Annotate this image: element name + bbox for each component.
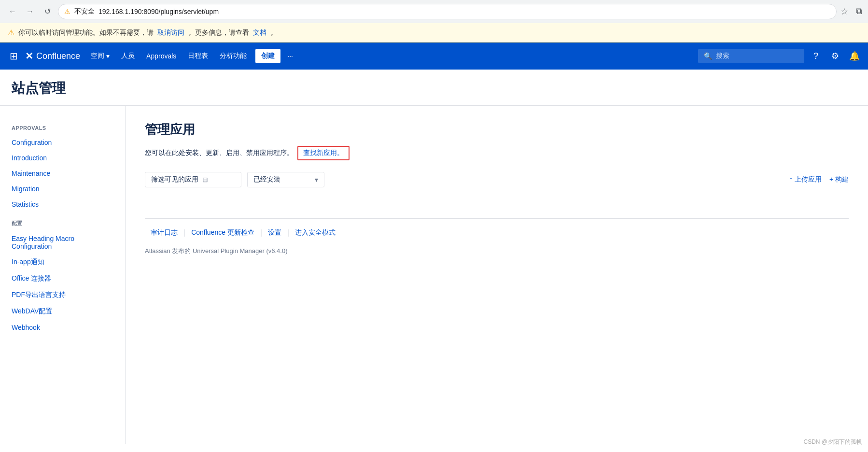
sidebar-item-migration[interactable]: Migration xyxy=(0,181,125,197)
grid-icon[interactable]: ⊞ xyxy=(6,48,21,64)
window-btn-icon[interactable]: ⧉ xyxy=(856,6,862,16)
footer-watermark: CSDN @夕阳下的孤帆 xyxy=(803,438,862,444)
manage-apps-title: 管理应用 xyxy=(145,121,849,138)
loading-spinner-area xyxy=(145,199,849,218)
tab-settings[interactable]: 设置 xyxy=(262,228,287,237)
analytics-label: 分析功能 xyxy=(220,52,247,60)
sidebar-item-introduction[interactable]: Introduction xyxy=(0,150,125,166)
plugin-info-text: Atlassian 发布的 Universal Plugin Manager (… xyxy=(145,247,849,255)
filter-visible-apps-select[interactable]: 筛选可见的应用 ⊟ xyxy=(145,172,241,187)
forward-button[interactable]: → xyxy=(23,5,37,18)
warning-banner: ⚠ 你可以临时访问管理功能。如果不再需要，请 取消访问 。更多信息，请查看 文档… xyxy=(0,23,868,42)
build-link[interactable]: + 构建 xyxy=(829,175,849,184)
schedule-nav-item[interactable]: 日程表 xyxy=(183,48,213,64)
sidebar-item-inapp-notify[interactable]: In-app通知 xyxy=(0,254,125,270)
url-text: 192.168.1.190:8090/plugins/servlet/upm xyxy=(98,8,830,15)
cancel-access-link[interactable]: 取消访问 xyxy=(157,28,184,37)
tab-links-row: 审计日志 | Confluence 更新检查 | 设置 | 进入安全模式 xyxy=(145,228,849,237)
sidebar-item-easy-heading[interactable]: Easy Heading Macro Configuration xyxy=(0,231,125,254)
filter-text: 筛选可见的应用 xyxy=(151,175,198,184)
settings-button[interactable]: ⚙ xyxy=(827,48,843,64)
approvals-label: Approvals xyxy=(146,52,176,60)
spaces-label: 空间 xyxy=(91,52,104,60)
top-nav: ⊞ ✕ Confluence 空间 ▾ 人员 Approvals 日程表 分析功… xyxy=(0,42,868,70)
sidebar-item-webdav[interactable]: WebDAV配置 xyxy=(0,303,125,320)
content-divider xyxy=(145,218,849,219)
filter-icon: ⊟ xyxy=(202,176,208,184)
logo-x-icon: ✕ xyxy=(25,50,33,62)
address-bar[interactable]: ⚠ 不安全 192.168.1.190:8090/plugins/servlet… xyxy=(58,4,837,19)
tab-confluence-update[interactable]: Confluence 更新检查 xyxy=(185,228,260,237)
help-button[interactable]: ? xyxy=(808,48,824,64)
analytics-nav-item[interactable]: 分析功能 xyxy=(215,48,252,64)
back-button[interactable]: ← xyxy=(6,5,19,18)
spaces-dropdown-icon: ▾ xyxy=(106,52,110,60)
sidebar-section-approvals-label: APPROVALS xyxy=(0,117,125,135)
sidebar-item-maintenance[interactable]: Maintenance xyxy=(0,166,125,181)
warning-triangle-icon: ⚠ xyxy=(8,28,14,37)
action-links: ↑ 上传应用 + 构建 xyxy=(789,175,849,184)
create-button[interactable]: 创建 xyxy=(255,49,280,63)
bookmark-star-icon[interactable]: ☆ xyxy=(840,6,848,17)
sidebar-item-statistics[interactable]: Statistics xyxy=(0,197,125,212)
confluence-logo[interactable]: ✕ Confluence xyxy=(25,50,80,62)
spaces-nav-item[interactable]: 空间 ▾ xyxy=(86,48,114,64)
installed-label: 已经安装 xyxy=(253,175,311,184)
people-nav-item[interactable]: 人员 xyxy=(116,48,140,64)
docs-link[interactable]: 文档 xyxy=(253,28,266,37)
sidebar-item-pdf-export[interactable]: PDF导出语言支持 xyxy=(0,287,125,303)
sidebar-item-office-connector[interactable]: Office 连接器 xyxy=(0,270,125,287)
warning-text-before: 你可以临时访问管理功能。如果不再需要，请 xyxy=(18,28,154,37)
approvals-nav-item[interactable]: Approvals xyxy=(141,48,181,64)
logo-text: Confluence xyxy=(36,51,80,61)
tab-safe-mode[interactable]: 进入安全模式 xyxy=(289,228,341,237)
sidebar-section-config-label: 配置 xyxy=(0,212,125,231)
sidebar-item-configuration[interactable]: Configuration xyxy=(0,135,125,150)
warning-text-middle: 。更多信息，请查看 xyxy=(188,28,249,37)
notifications-button[interactable]: 🔔 xyxy=(847,48,862,64)
more-nav-button[interactable]: ··· xyxy=(282,48,298,64)
security-warning-icon: ⚠ xyxy=(64,8,70,15)
sidebar: APPROVALS Configuration Introduction Mai… xyxy=(0,106,126,444)
sidebar-item-webhook[interactable]: Webhook xyxy=(0,320,125,335)
browser-chrome: ← → ↺ ⚠ 不安全 192.168.1.190:8090/plugins/s… xyxy=(0,0,868,23)
filters-row: 筛选可见的应用 ⊟ 已经安装 ▾ ↑ 上传应用 + 构建 xyxy=(145,172,849,187)
warning-text-after: 。 xyxy=(270,28,277,37)
search-icon: 🔍 xyxy=(704,52,712,60)
upload-app-link[interactable]: ↑ 上传应用 xyxy=(789,175,822,184)
security-warning-label: 不安全 xyxy=(74,7,95,16)
page-header: 站点管理 xyxy=(0,70,868,106)
main-content: 管理应用 您可以在此处安装、更新、启用、禁用应用程序。 查找新应用。 筛选可见的… xyxy=(126,106,868,444)
page-title: 站点管理 xyxy=(12,79,856,105)
refresh-button[interactable]: ↺ xyxy=(41,5,54,18)
find-new-app-link[interactable]: 查找新应用。 xyxy=(297,146,350,160)
description-text: 您可以在此处安装、更新、启用、禁用应用程序。 xyxy=(145,149,294,157)
dropdown-arrow-icon: ▾ xyxy=(315,176,318,184)
tab-audit-log[interactable]: 审计日志 xyxy=(145,228,183,237)
main-description: 您可以在此处安装、更新、启用、禁用应用程序。 查找新应用。 xyxy=(145,146,849,160)
search-bar[interactable]: 🔍 搜索 xyxy=(698,49,804,63)
page-content: APPROVALS Configuration Introduction Mai… xyxy=(0,106,868,444)
search-placeholder: 搜索 xyxy=(716,52,729,60)
schedule-label: 日程表 xyxy=(188,52,208,60)
people-label: 人员 xyxy=(121,52,135,60)
installed-status-dropdown[interactable]: 已经安装 ▾ xyxy=(247,172,324,187)
